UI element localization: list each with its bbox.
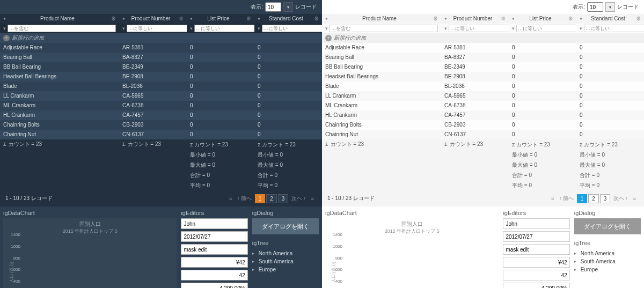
col-header-name[interactable]: ●Product Name⚙ [0, 14, 119, 24]
currency-editor[interactable] [181, 257, 247, 268]
table-row[interactable]: Adjustable RaceAR-538100 [0, 43, 322, 53]
funnel-icon[interactable]: ▾ [122, 25, 125, 32]
col-header-listprice[interactable]: ●List Price⚙ [509, 14, 576, 24]
percent-editor[interactable] [181, 283, 247, 288]
pager-page-1[interactable]: 1 [577, 194, 588, 203]
funnel-icon[interactable]: ▾ [258, 25, 260, 32]
pager-last[interactable]: » [630, 195, 639, 203]
chart[interactable]: 国別人口 2015 年推計人口トップ 5 1400100080060040020… [3, 218, 177, 288]
page-size-dropdown[interactable]: ▾ [283, 2, 293, 12]
filter-name[interactable] [330, 25, 438, 32]
gear-icon[interactable]: ⚙ [636, 15, 641, 23]
page-size-input[interactable] [265, 2, 281, 12]
percent-editor[interactable] [503, 283, 569, 288]
table-row[interactable]: Chainring NutCN-613700 [0, 130, 322, 139]
mask-editor[interactable] [503, 244, 569, 255]
open-dialog-button[interactable]: ダイアログを開く [574, 218, 641, 234]
tree-item[interactable]: ▸North America [574, 249, 641, 257]
funnel-icon[interactable]: ▾ [512, 25, 515, 32]
pager-page-2[interactable]: 2 [588, 194, 599, 203]
page-size-dropdown[interactable]: ▾ [605, 2, 615, 12]
numeric-editor[interactable] [181, 270, 247, 280]
text-editor[interactable] [181, 218, 247, 229]
col-header-name[interactable]: ●Product Name⚙ [322, 14, 441, 24]
filter-stdcost[interactable] [584, 25, 644, 32]
table-row[interactable]: Bearing BallBA-832700 [0, 53, 322, 62]
gear-icon[interactable]: ⚙ [314, 15, 319, 23]
col-header-number[interactable]: ●Product Number⚙ [441, 14, 509, 24]
pager-prev[interactable]: ‹ 前へ [235, 194, 254, 203]
gear-icon[interactable]: ⚙ [179, 15, 184, 23]
table-row[interactable]: HL CrankarmCA-745700 [0, 110, 322, 120]
filter-stdcost[interactable] [262, 25, 322, 32]
pager-page-3[interactable]: 3 [278, 194, 289, 203]
tree-item[interactable]: ▸Europe [574, 265, 641, 274]
chart[interactable]: 国別人口 2015 年推計人口トップ 5 1400100080060040020… [325, 218, 499, 288]
col-header-listprice[interactable]: ●List Price⚙ [187, 14, 254, 24]
table-row[interactable]: ML CrankarmCA-673800 [322, 101, 644, 110]
table-row[interactable]: Headset Ball BearingsBE-290800 [0, 72, 322, 82]
filter-number[interactable] [127, 25, 187, 32]
pager-prev[interactable]: ‹ 前へ [557, 194, 576, 203]
pager-first[interactable]: « [548, 195, 557, 203]
gear-icon[interactable]: ⚙ [246, 15, 251, 23]
add-row[interactable]: +新規行の追加 [322, 33, 644, 43]
gear-icon[interactable]: ⚙ [501, 15, 506, 23]
tree: ▸North America▸South America▸Europe [252, 249, 319, 274]
pager-last[interactable]: » [308, 195, 317, 203]
gear-icon[interactable]: ⚙ [111, 15, 116, 23]
pager-first[interactable]: « [226, 195, 235, 203]
table-row[interactable]: Headset Ball BearingsBE-290800 [322, 72, 644, 82]
tree-item[interactable]: ▸South America [252, 257, 319, 265]
funnel-icon[interactable]: ▾ [580, 25, 582, 32]
pager-page-2[interactable]: 2 [266, 194, 277, 203]
chart-panel: igDataChart 国別人口 2015 年推計人口トップ 5 1400100… [325, 210, 499, 288]
table-row[interactable]: LL CrankarmCA-596500 [322, 91, 644, 101]
filter-listprice[interactable] [516, 25, 576, 32]
numeric-editor[interactable] [503, 270, 569, 280]
sigma-icon: Σ [580, 142, 583, 147]
mask-editor[interactable] [181, 244, 247, 255]
filter-number[interactable] [449, 25, 509, 32]
tree: ▸North America▸South America▸Europe [574, 249, 641, 274]
table-row[interactable]: HL CrankarmCA-745700 [322, 110, 644, 120]
add-row[interactable]: +新規行の追加 [0, 33, 322, 43]
col-header-stdcost[interactable]: ●Standard Cost⚙ [576, 14, 644, 24]
table-row[interactable]: BB Ball BearingBE-234900 [0, 62, 322, 72]
table-row[interactable]: BladeBL-203600 [322, 82, 644, 91]
funnel-icon[interactable]: ▾ [3, 25, 6, 32]
table-row[interactable]: Chainring BoltsCB-290300 [322, 120, 644, 130]
currency-editor[interactable] [503, 257, 569, 268]
filter-name[interactable] [8, 25, 116, 32]
tree-item[interactable]: ▸Europe [252, 265, 319, 274]
table-row[interactable]: Chainring NutCN-613700 [322, 130, 644, 139]
filter-listprice[interactable] [194, 25, 254, 32]
table-row[interactable]: Bearing BallBA-832700 [322, 53, 644, 62]
plot-area [22, 232, 174, 288]
tree-item[interactable]: ▸South America [574, 257, 641, 265]
page-size-input[interactable] [587, 2, 603, 12]
col-header-stdcost[interactable]: ●Standard Cost⚙ [254, 14, 322, 24]
table-row[interactable]: BB Ball BearingBE-234900 [322, 62, 644, 72]
editors-title: igEditors [503, 210, 569, 216]
table-row[interactable]: ML CrankarmCA-673800 [0, 101, 322, 110]
gear-icon[interactable]: ⚙ [568, 15, 573, 23]
table-row[interactable]: LL CrankarmCA-596500 [0, 91, 322, 101]
date-editor[interactable] [503, 231, 569, 242]
table-row[interactable]: Adjustable RaceAR-538100 [322, 43, 644, 53]
funnel-icon[interactable]: ▾ [325, 25, 328, 32]
table-row[interactable]: BladeBL-203600 [0, 82, 322, 91]
col-header-number[interactable]: ●Product Number⚙ [119, 14, 187, 24]
pager-next[interactable]: 次へ › [611, 194, 630, 203]
date-editor[interactable] [181, 231, 247, 242]
funnel-icon[interactable]: ▾ [190, 25, 193, 32]
tree-item[interactable]: ▸North America [252, 249, 319, 257]
open-dialog-button[interactable]: ダイアログを開く [252, 218, 319, 234]
table-row[interactable]: Chainring BoltsCB-290300 [0, 120, 322, 130]
pager-next[interactable]: 次へ › [289, 194, 308, 203]
pager-page-1[interactable]: 1 [255, 194, 266, 203]
text-editor[interactable] [503, 218, 569, 229]
gear-icon[interactable]: ⚙ [433, 15, 438, 23]
pager-page-3[interactable]: 3 [600, 194, 611, 203]
funnel-icon[interactable]: ▾ [444, 25, 447, 32]
